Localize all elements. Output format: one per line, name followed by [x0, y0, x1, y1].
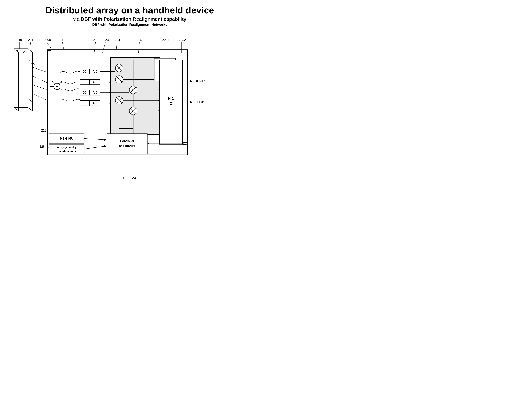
dc-label-3: DC: [83, 91, 87, 94]
signal-line-3: [60, 89, 80, 91]
mem-imu-label: MEM IMU: [60, 137, 73, 140]
label-210: 210: [17, 38, 22, 42]
svg-line-26: [52, 81, 55, 84]
dc-label-2: DC: [83, 81, 87, 83]
dc-label-4: DC: [83, 102, 87, 105]
label-226: 226: [182, 142, 188, 145]
dc-label-1: DC: [83, 70, 87, 73]
device-to-ant-1: [32, 67, 47, 73]
controller-label-2: and drivers: [119, 144, 135, 148]
label-211b: 211: [60, 38, 65, 42]
label-225: 225: [137, 38, 142, 42]
svg-line-14: [14, 49, 18, 52]
label-228: 228: [39, 145, 45, 149]
svg-line-9: [138, 42, 139, 53]
svg-line-8: [116, 42, 117, 53]
imu-to-ctrl-arrow: [84, 139, 107, 140]
svg-line-3: [30, 42, 31, 49]
label-200a: 200a: [44, 38, 51, 42]
svg-line-28: [52, 88, 55, 92]
array-geo-label: Array geometry: [57, 146, 76, 149]
fig-label: FIG. 2A: [7, 176, 252, 180]
label-2252: 2252: [179, 38, 186, 42]
hub-dir-label: Hub directions: [57, 150, 76, 153]
device-to-ant-2: [32, 76, 47, 83]
signal-line-4: [60, 99, 80, 101]
diagram-area: 210 211 200a 211 222 223 224 225 2251 22…: [7, 30, 252, 174]
svg-line-5: [62, 42, 64, 51]
ad-label-3: A/D: [92, 91, 97, 94]
device-to-ant-3: [32, 85, 47, 90]
sigma-label: Σ: [170, 101, 172, 106]
page-subtitle2: DBF with Polarization Realignment Networ…: [7, 23, 252, 27]
device-to-ant-4: [32, 93, 47, 100]
ad-label-4: A/D: [92, 102, 97, 105]
label-2251: 2251: [162, 38, 169, 42]
diagram-svg: 210 211 200a 211 222 223 224 225 2251 22…: [7, 30, 252, 174]
label-224: 224: [115, 38, 120, 42]
signal-line-2: [60, 82, 80, 84]
svg-line-16: [14, 107, 18, 111]
svg-line-31: [31, 60, 35, 66]
controller-label-1: Controller: [120, 140, 134, 143]
label-223: 223: [103, 38, 109, 42]
n1-label: N:1: [168, 96, 174, 100]
ad-label-2: A/D: [92, 81, 97, 83]
lhcp-label: LHCP: [195, 100, 204, 104]
svg-line-17: [28, 107, 32, 111]
subtitle-bold: DBF with Polarization Realignment capabi…: [81, 16, 186, 22]
label-222: 222: [93, 38, 98, 42]
page-title: Distributed array on a handheld device: [7, 5, 252, 15]
controller-box: [107, 134, 147, 154]
handheld-device: [14, 48, 32, 111]
svg-marker-12: [14, 49, 28, 107]
svg-line-7: [103, 42, 106, 53]
page-subtitle: via DBF with Polarization Realignment ca…: [7, 16, 252, 22]
corner-bracket-200a: [48, 51, 51, 53]
antenna-dot: [56, 85, 58, 87]
signal-line-1: [60, 71, 80, 73]
svg-line-29: [59, 88, 62, 92]
svg-line-6: [94, 42, 96, 53]
label-211a: 211: [28, 38, 33, 42]
svg-line-30: [29, 60, 33, 66]
svg-line-15: [28, 49, 32, 52]
rhcp-label: RHCP: [195, 79, 205, 83]
subtitle-prefix: via: [73, 16, 81, 22]
label-227: 227: [41, 129, 46, 132]
svg-marker-13: [18, 52, 32, 111]
svg-line-4: [46, 42, 52, 49]
geo-to-ctrl-arrow: [84, 146, 107, 149]
ad-label-1: A/D: [92, 70, 97, 73]
